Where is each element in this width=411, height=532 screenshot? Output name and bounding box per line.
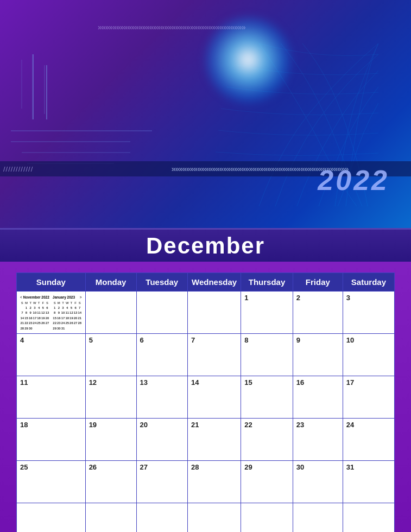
day-number: 21 <box>191 421 199 429</box>
calendar-day-cell: 7 <box>187 334 241 376</box>
calendar-day-cell <box>343 503 394 533</box>
calendar-week-row <box>17 503 395 533</box>
calendar-day-cell: 13 <box>136 376 187 419</box>
day-number: 3 <box>346 294 350 302</box>
day-number: 8 <box>244 336 248 344</box>
day-number: 4 <box>20 336 24 344</box>
col-wednesday: Wednesday <box>187 273 241 292</box>
calendar-day-cell: 26 <box>85 461 136 503</box>
calendar-week-row: < November 2022 SMTWTFS 1234567891011121… <box>17 292 395 334</box>
calendar-day-cell: 27 <box>136 461 187 503</box>
col-tuesday: Tuesday <box>136 273 187 292</box>
calendar-day-cell: 19 <box>85 419 136 461</box>
calendar-day-cell <box>85 292 136 334</box>
calendar-day-cell: 24 <box>343 419 394 461</box>
calendar-day-cell: 20 <box>136 419 187 461</box>
calendar-day-cell: 4 <box>17 334 86 376</box>
calendar-day-cell: 14 <box>187 376 241 419</box>
day-number: 27 <box>140 463 148 471</box>
day-number: 14 <box>191 378 199 387</box>
calendar-day-cell: 29 <box>241 461 293 503</box>
calendar-day-cell: 12 <box>85 376 136 419</box>
day-number: 18 <box>20 421 28 429</box>
calendar-day-cell: 1 <box>241 292 293 334</box>
month-title: December <box>146 233 265 259</box>
chevrons-top: »»»»»»»»»»»»»»»»»»»»»»»»»»»»»»»»»»»»»»»» <box>98 23 245 31</box>
calendar-day-cell <box>241 503 293 533</box>
day-number: 16 <box>296 378 304 387</box>
day-number: 30 <box>296 463 304 471</box>
col-monday: Monday <box>85 273 136 292</box>
day-number: 6 <box>140 336 144 344</box>
col-thursday: Thursday <box>241 273 293 292</box>
month-bar: December <box>0 228 411 262</box>
calendar-day-cell: 9 <box>293 334 343 376</box>
calendar-week-row: 25262728293031 <box>17 461 395 503</box>
year-display: 2022 <box>318 164 389 197</box>
calendar-table: Sunday Monday Tuesday Wednesday Thursday… <box>16 273 395 532</box>
day-number: 24 <box>346 421 354 429</box>
calendar-day-cell: 18 <box>17 419 86 461</box>
calendar-day-cell: 5 <box>85 334 136 376</box>
day-number: 26 <box>89 463 97 471</box>
left-lines <box>11 54 163 141</box>
calendar-section: Sunday Monday Tuesday Wednesday Thursday… <box>0 262 411 532</box>
day-number: 28 <box>191 463 199 471</box>
day-number: 10 <box>346 336 354 344</box>
calendar-day-cell: 30 <box>293 461 343 503</box>
day-number: 25 <box>20 463 28 471</box>
col-saturday: Saturday <box>343 273 394 292</box>
day-number: 31 <box>346 463 354 471</box>
day-number: 7 <box>191 336 195 344</box>
day-number: 17 <box>346 378 354 387</box>
day-number: 29 <box>244 463 252 471</box>
day-number: 20 <box>140 421 148 429</box>
day-number: 1 <box>244 294 248 302</box>
calendar-day-cell: 17 <box>343 376 394 419</box>
calendar-day-cell <box>17 503 86 533</box>
calendar-week-row: 11121314151617 <box>17 376 395 419</box>
day-number: 19 <box>89 421 97 429</box>
calendar-day-cell: 10 <box>343 334 394 376</box>
calendar-day-cell: 16 <box>293 376 343 419</box>
calendar-day-cell: 22 <box>241 419 293 461</box>
calendar-day-cell: 8 <box>241 334 293 376</box>
calendar-day-cell <box>85 503 136 533</box>
calendar-day-cell <box>136 292 187 334</box>
calendar-day-cell: 31 <box>343 461 394 503</box>
day-number: 12 <box>89 378 97 387</box>
calendar-day-cell <box>187 503 241 533</box>
calendar-day-cell <box>293 503 343 533</box>
day-number: 5 <box>89 336 93 344</box>
calendar-day-cell: 21 <box>187 419 241 461</box>
calendar-day-cell: 23 <box>293 419 343 461</box>
col-friday: Friday <box>293 273 343 292</box>
calendar-day-cell <box>187 292 241 334</box>
day-number: 11 <box>20 378 28 387</box>
day-number: 2 <box>296 294 300 302</box>
calendar-header: »»»»»»»»»»»»»»»»»»»»»»»»»»»»»»»»»»»»»»»»… <box>0 0 411 228</box>
calendar-day-cell: 6 <box>136 334 187 376</box>
calendar-day-cell: 15 <box>241 376 293 419</box>
day-number: 15 <box>244 378 252 387</box>
col-sunday: Sunday <box>17 273 86 292</box>
calendar-day-cell <box>136 503 187 533</box>
calendar-day-cell: 3 <box>343 292 394 334</box>
day-number: 9 <box>296 336 300 344</box>
calendar-week-row: 18192021222324 <box>17 419 395 461</box>
calendar-header-row: Sunday Monday Tuesday Wednesday Thursday… <box>17 273 395 292</box>
day-number: 22 <box>244 421 252 429</box>
calendar-day-cell: 25 <box>17 461 86 503</box>
calendar-week-row: 45678910 <box>17 334 395 376</box>
calendar-day-cell: 2 <box>293 292 343 334</box>
day-number: 13 <box>140 378 148 387</box>
calendar-day-cell: 11 <box>17 376 86 419</box>
day-number: 23 <box>296 421 304 429</box>
calendar-day-cell: 28 <box>187 461 241 503</box>
calendar-day-cell: < November 2022 SMTWTFS 1234567891011121… <box>17 292 86 334</box>
